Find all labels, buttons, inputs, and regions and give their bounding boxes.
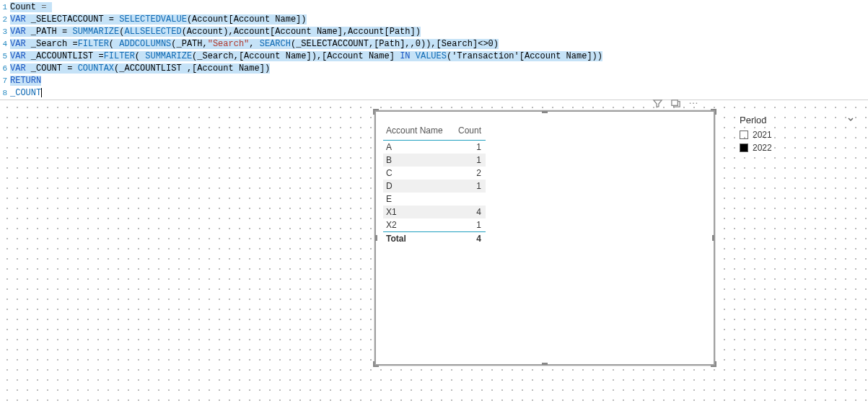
cell-account-name: X2 (383, 218, 455, 232)
cell-count: 1 (455, 180, 486, 193)
slicer-item-label: 2021 (753, 130, 772, 140)
col-header-account-name[interactable]: Account Name (383, 123, 455, 141)
cell-count: 1 (455, 141, 486, 154)
table-row[interactable]: X21 (383, 218, 486, 232)
table-row[interactable]: A1 (383, 141, 486, 154)
code-line[interactable]: 6VAR _COUNT = COUNTAX(_ACCOUNTLIST ,[Acc… (0, 63, 868, 75)
table-row[interactable]: B1 (383, 154, 486, 167)
cell-account-name: X1 (383, 206, 455, 218)
cell-count: 1 (455, 218, 486, 232)
table-row[interactable]: X14 (383, 206, 486, 218)
code-line[interactable]: 3VAR _PATH = SUMMARIZE(ALLSELECTED(Accou… (0, 26, 868, 38)
line-number: 1 (0, 1, 10, 14)
code-line[interactable]: 8_COUNT (0, 87, 868, 100)
total-label: Total (383, 232, 455, 246)
checkbox-icon[interactable] (740, 143, 748, 152)
cell-count (455, 193, 486, 206)
table-row[interactable]: E (383, 193, 486, 206)
cell-account-name: B (383, 154, 455, 167)
code-line[interactable]: 5VAR _ACCOUNTLIST =FILTER( SUMMARIZE(_Se… (0, 50, 868, 63)
code-line[interactable]: 1Count = (0, 1, 868, 14)
slicer-item[interactable]: 2022 (740, 141, 855, 154)
table-total-row: Total 4 (383, 232, 486, 246)
resize-handle-left[interactable] (375, 235, 377, 241)
resize-handle-bl[interactable] (373, 361, 379, 367)
line-number: 4 (0, 38, 10, 50)
table-row[interactable]: C2 (383, 167, 486, 180)
resize-handle-tl[interactable] (373, 109, 379, 115)
checkbox-icon[interactable] (740, 131, 748, 139)
line-number: 6 (0, 63, 10, 75)
slicer-item-label: 2022 (753, 143, 772, 153)
table-visual[interactable]: Account Name Count A1B1C2D1EX14X21 Total… (374, 110, 715, 366)
more-options-icon[interactable]: … (688, 97, 700, 112)
chevron-down-icon[interactable] (846, 115, 855, 125)
cell-count: 1 (455, 154, 486, 167)
slicer-title: Period (740, 115, 767, 125)
resize-handle-bottom[interactable] (542, 363, 548, 365)
line-number: 8 (0, 87, 10, 100)
formula-bar[interactable]: 1Count = 2VAR _SELECTACCOUNT = SELECTEDV… (0, 0, 868, 100)
code-line[interactable]: 7RETURN (0, 75, 868, 87)
data-table: Account Name Count A1B1C2D1EX14X21 Total… (383, 123, 486, 245)
period-slicer[interactable]: Period 20212022 (740, 115, 855, 154)
cell-account-name: D (383, 180, 455, 193)
cell-count: 2 (455, 167, 486, 180)
table-row[interactable]: D1 (383, 180, 486, 193)
cell-account-name: A (383, 141, 455, 154)
report-canvas[interactable]: … Account Name Count A1B1C2D1EX14X21 Tot… (0, 100, 868, 407)
col-header-count[interactable]: Count (455, 123, 486, 141)
code-line[interactable]: 4VAR _Search =FILTER( ADDCOLUMNS(_PATH,"… (0, 38, 868, 50)
line-number: 5 (0, 50, 10, 63)
resize-handle-right[interactable] (712, 235, 714, 241)
cell-count: 4 (455, 206, 486, 218)
resize-handle-tr[interactable] (711, 109, 716, 115)
resize-handle-top[interactable] (542, 111, 548, 113)
code-line[interactable]: 2VAR _SELECTACCOUNT = SELECTEDVALUE(Acco… (0, 14, 868, 26)
total-value: 4 (455, 232, 486, 246)
line-number: 2 (0, 14, 10, 26)
line-number: 3 (0, 26, 10, 38)
cell-account-name: C (383, 167, 455, 180)
line-number: 7 (0, 75, 10, 87)
slicer-item[interactable]: 2021 (740, 128, 855, 141)
svg-rect-0 (672, 100, 678, 106)
resize-handle-br[interactable] (711, 361, 716, 367)
cell-account-name: E (383, 193, 455, 206)
